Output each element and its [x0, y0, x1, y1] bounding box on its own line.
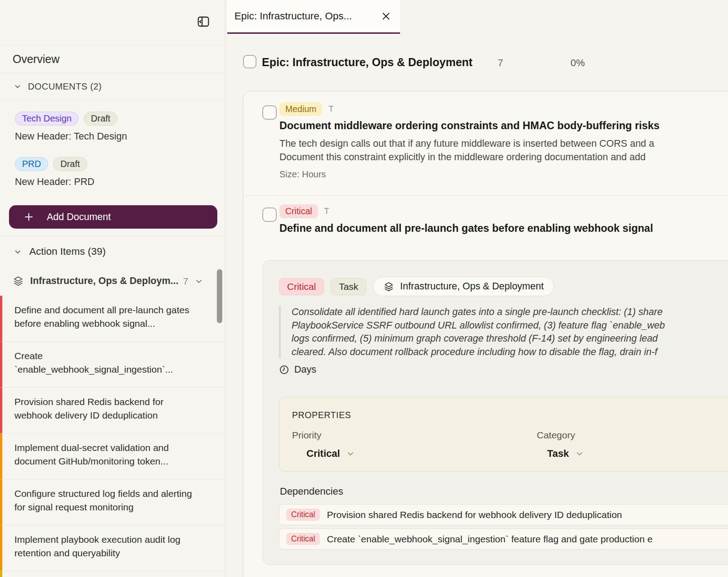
plus-icon: [23, 212, 34, 222]
epic-checkbox[interactable]: [243, 55, 256, 68]
quote-line: logs confirmed, (5) minimum graph covera…: [292, 332, 665, 346]
app-window: Overview DOCUMENTS (2) Tech Design Draft…: [0, 0, 728, 577]
action-items-section-header[interactable]: Action Items (39): [13, 246, 211, 257]
category-value: Task: [547, 448, 569, 460]
layers-icon: [13, 275, 24, 287]
task-meta-row: Critical T: [279, 204, 329, 218]
task-type-letter: T: [324, 207, 329, 216]
tab-epic-infrastructure[interactable]: Epic: Infrastructure, Ops...: [227, 0, 400, 34]
dependency-text: Create `enable_webhook_signal_ingestion`…: [327, 534, 652, 545]
sidebar-item-overview[interactable]: Overview: [0, 45, 225, 73]
priority-badge: Medium: [279, 102, 322, 116]
action-item[interactable]: Configure structured log fields and aler…: [0, 479, 225, 525]
task-meta-row: Medium T: [279, 102, 333, 116]
chevron-down-icon: [575, 449, 584, 458]
sidebar-collapse-button[interactable]: [195, 14, 211, 31]
task-checkbox[interactable]: [262, 105, 277, 120]
priority-value: Critical: [306, 448, 340, 460]
action-items-group-header[interactable]: Infrastructure, Ops & Deploym... 7: [13, 275, 212, 287]
properties-panel: PROPERTIES Priority Critical Category Ta…: [279, 397, 728, 472]
epic-task-count: 7: [498, 57, 503, 69]
close-icon[interactable]: [380, 10, 392, 22]
chevron-down-icon[interactable]: [194, 277, 203, 286]
task-detail-quote: Consolidate all identified hard launch g…: [279, 306, 665, 359]
category-badge: Task: [331, 278, 366, 295]
property-label-priority: Priority: [292, 430, 321, 441]
group-pill-label: Infrastructure, Ops & Deployment: [400, 281, 544, 292]
action-item[interactable]: Implement dual-secret validation and doc…: [0, 433, 225, 479]
priority-dropdown[interactable]: Critical: [306, 448, 355, 460]
dependency-text: Provision shared Redis backend for webho…: [327, 509, 622, 520]
clock-icon: [279, 365, 289, 375]
priority-badge: Critical: [279, 204, 318, 218]
quote-line: Consolidate all identified hard launch g…: [292, 306, 665, 319]
property-label-category: Category: [537, 430, 575, 441]
sidebar-scrollbar-thumb[interactable]: [217, 269, 222, 323]
add-document-button[interactable]: Add Document: [9, 205, 217, 229]
doc-type-badge: PRD: [15, 157, 48, 171]
action-items-list: Define and document all pre-launch gates…: [0, 296, 225, 577]
task-size: Size: Hours: [279, 169, 326, 180]
document-title[interactable]: New Header: PRD: [15, 176, 213, 188]
action-item[interactable]: [0, 571, 225, 577]
task-title[interactable]: Document middleware ordering constraints…: [279, 120, 660, 132]
epic-progress: 0%: [571, 57, 585, 69]
effort-label: Days: [294, 364, 316, 375]
properties-header: PROPERTIES: [292, 410, 351, 420]
effort-row: Days: [279, 364, 316, 375]
task-description-line: The tech design calls out that if any fu…: [279, 137, 654, 150]
add-document-label: Add Document: [47, 212, 111, 223]
dependency-priority-badge: Critical: [286, 509, 320, 521]
quote-line: cleared. Also document rollback procedur…: [292, 346, 665, 359]
action-item[interactable]: Create `enable_webhook_signal_ingestion`…: [0, 342, 225, 388]
group-pill[interactable]: Infrastructure, Ops & Deployment: [373, 277, 554, 296]
task-divider: [243, 195, 728, 196]
action-item-text: Implement playbook execution audit log r…: [14, 533, 202, 560]
priority-badge: Critical: [279, 278, 324, 295]
tab-label: Epic: Infrastructure, Ops...: [234, 10, 352, 22]
action-item-text: Provision shared Redis backend for webho…: [14, 395, 202, 422]
overview-label: Overview: [13, 53, 59, 66]
document-title[interactable]: New Header: Tech Design: [15, 131, 213, 142]
action-item-text: Create `enable_webhook_signal_ingestion`…: [14, 349, 202, 376]
task-title[interactable]: Define and document all pre-launch gates…: [279, 222, 653, 234]
documents-header-label: DOCUMENTS (2): [28, 81, 102, 92]
document-item-prd[interactable]: PRD Draft New Header: PRD: [15, 157, 213, 188]
chevron-down-icon: [13, 82, 22, 90]
action-item[interactable]: Provision shared Redis backend for webho…: [0, 388, 225, 433]
action-item-text: Implement dual-secret validation and doc…: [14, 441, 202, 468]
document-item-tech-design[interactable]: Tech Design Draft New Header: Tech Desig…: [15, 112, 213, 142]
task-description: The tech design calls out that if any fu…: [279, 137, 654, 164]
panel-collapse-icon: [196, 14, 211, 31]
layers-icon: [383, 281, 394, 292]
category-dropdown[interactable]: Task: [547, 448, 584, 460]
action-item[interactable]: Implement playbook execution audit log r…: [0, 525, 225, 571]
quote-line: PlaybookService SSRF outbound URL allowl…: [292, 319, 665, 333]
sidebar-header: [0, 0, 225, 45]
task-type-letter: T: [328, 104, 333, 114]
task-description-line: Document this constraint explicitly in t…: [279, 150, 654, 164]
document-badges: Tech Design Draft: [15, 112, 213, 126]
documents-section-header[interactable]: DOCUMENTS (2): [0, 73, 225, 100]
document-badges: PRD Draft: [15, 157, 213, 171]
group-count: 7: [183, 276, 189, 287]
doc-type-badge: Tech Design: [15, 112, 79, 126]
dependencies-header: Dependencies: [280, 486, 343, 497]
doc-status-badge: Draft: [84, 112, 117, 126]
detail-badges-row: Critical Task Infrastructure, Ops & Depl…: [279, 277, 554, 296]
action-item-text: Define and document all pre-launch gates…: [14, 303, 202, 330]
task-list-card: Medium T Document middleware ordering co…: [243, 91, 728, 577]
chevron-down-icon: [13, 248, 22, 256]
epic-title: Epic: Infrastructure, Ops & Deployment: [262, 56, 472, 69]
sidebar-divider: [0, 235, 225, 236]
action-items-header-label: Action Items (39): [29, 246, 106, 257]
task-checkbox[interactable]: [262, 207, 277, 222]
task-detail-panel: Critical Task Infrastructure, Ops & Depl…: [263, 260, 728, 565]
dependency-item[interactable]: Critical Provision shared Redis backend …: [279, 504, 728, 525]
sidebar: Overview DOCUMENTS (2) Tech Design Draft…: [0, 0, 225, 577]
group-label: Infrastructure, Ops & Deploym...: [30, 275, 179, 287]
action-item[interactable]: Define and document all pre-launch gates…: [0, 296, 225, 342]
chevron-down-icon: [346, 449, 355, 458]
doc-status-badge: Draft: [53, 157, 87, 171]
dependency-item[interactable]: Critical Create `enable_webhook_signal_i…: [279, 528, 728, 550]
